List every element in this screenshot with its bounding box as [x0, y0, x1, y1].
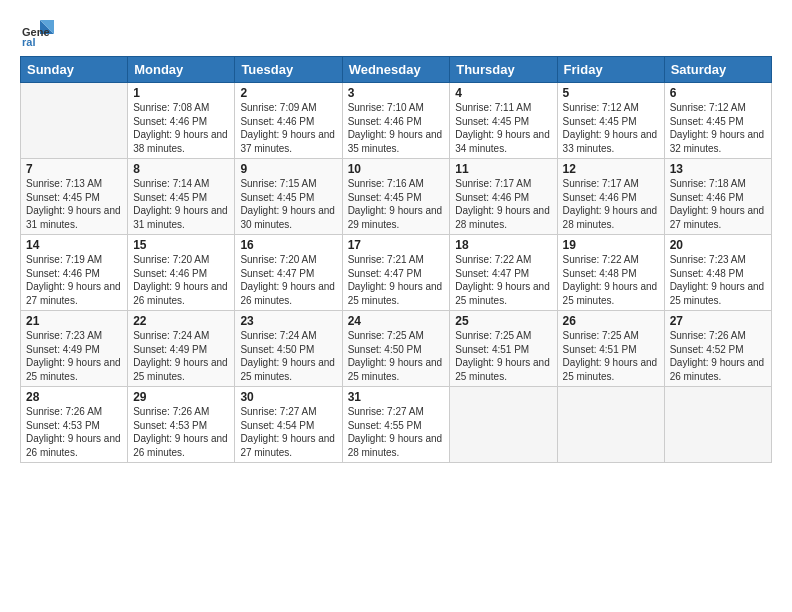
day-number: 26 — [563, 314, 659, 328]
cell-info: Sunrise: 7:12 AMSunset: 4:45 PMDaylight:… — [563, 102, 658, 154]
logo-icon: Gene ral — [20, 14, 56, 50]
day-number: 8 — [133, 162, 229, 176]
day-number: 3 — [348, 86, 445, 100]
day-number: 1 — [133, 86, 229, 100]
cell-info: Sunrise: 7:18 AMSunset: 4:46 PMDaylight:… — [670, 178, 765, 230]
calendar-cell: 22 Sunrise: 7:24 AMSunset: 4:49 PMDaylig… — [128, 311, 235, 387]
day-number: 15 — [133, 238, 229, 252]
day-number: 14 — [26, 238, 122, 252]
calendar-cell: 10 Sunrise: 7:16 AMSunset: 4:45 PMDaylig… — [342, 159, 450, 235]
calendar-cell: 14 Sunrise: 7:19 AMSunset: 4:46 PMDaylig… — [21, 235, 128, 311]
cell-info: Sunrise: 7:12 AMSunset: 4:45 PMDaylight:… — [670, 102, 765, 154]
calendar-cell: 5 Sunrise: 7:12 AMSunset: 4:45 PMDayligh… — [557, 83, 664, 159]
cell-info: Sunrise: 7:23 AMSunset: 4:48 PMDaylight:… — [670, 254, 765, 306]
calendar-cell: 30 Sunrise: 7:27 AMSunset: 4:54 PMDaylig… — [235, 387, 342, 463]
calendar-cell: 19 Sunrise: 7:22 AMSunset: 4:48 PMDaylig… — [557, 235, 664, 311]
calendar-cell: 26 Sunrise: 7:25 AMSunset: 4:51 PMDaylig… — [557, 311, 664, 387]
cell-info: Sunrise: 7:19 AMSunset: 4:46 PMDaylight:… — [26, 254, 121, 306]
calendar-cell: 20 Sunrise: 7:23 AMSunset: 4:48 PMDaylig… — [664, 235, 771, 311]
calendar-cell — [664, 387, 771, 463]
calendar-table: SundayMondayTuesdayWednesdayThursdayFrid… — [20, 56, 772, 463]
calendar-cell: 9 Sunrise: 7:15 AMSunset: 4:45 PMDayligh… — [235, 159, 342, 235]
day-number: 25 — [455, 314, 551, 328]
calendar-header-friday: Friday — [557, 57, 664, 83]
cell-info: Sunrise: 7:16 AMSunset: 4:45 PMDaylight:… — [348, 178, 443, 230]
day-number: 29 — [133, 390, 229, 404]
day-number: 23 — [240, 314, 336, 328]
calendar-cell: 16 Sunrise: 7:20 AMSunset: 4:47 PMDaylig… — [235, 235, 342, 311]
cell-info: Sunrise: 7:20 AMSunset: 4:46 PMDaylight:… — [133, 254, 228, 306]
cell-info: Sunrise: 7:25 AMSunset: 4:51 PMDaylight:… — [563, 330, 658, 382]
cell-info: Sunrise: 7:15 AMSunset: 4:45 PMDaylight:… — [240, 178, 335, 230]
calendar-week-row: 7 Sunrise: 7:13 AMSunset: 4:45 PMDayligh… — [21, 159, 772, 235]
calendar-week-row: 14 Sunrise: 7:19 AMSunset: 4:46 PMDaylig… — [21, 235, 772, 311]
cell-info: Sunrise: 7:24 AMSunset: 4:49 PMDaylight:… — [133, 330, 228, 382]
day-number: 17 — [348, 238, 445, 252]
day-number: 12 — [563, 162, 659, 176]
day-number: 22 — [133, 314, 229, 328]
cell-info: Sunrise: 7:20 AMSunset: 4:47 PMDaylight:… — [240, 254, 335, 306]
calendar-cell: 21 Sunrise: 7:23 AMSunset: 4:49 PMDaylig… — [21, 311, 128, 387]
main-container: Gene ral SundayMondayTuesdayWednesdayThu… — [0, 0, 792, 473]
cell-info: Sunrise: 7:23 AMSunset: 4:49 PMDaylight:… — [26, 330, 121, 382]
calendar-cell: 13 Sunrise: 7:18 AMSunset: 4:46 PMDaylig… — [664, 159, 771, 235]
calendar-cell: 15 Sunrise: 7:20 AMSunset: 4:46 PMDaylig… — [128, 235, 235, 311]
calendar-cell: 3 Sunrise: 7:10 AMSunset: 4:46 PMDayligh… — [342, 83, 450, 159]
cell-info: Sunrise: 7:24 AMSunset: 4:50 PMDaylight:… — [240, 330, 335, 382]
day-number: 7 — [26, 162, 122, 176]
calendar-header-monday: Monday — [128, 57, 235, 83]
cell-info: Sunrise: 7:17 AMSunset: 4:46 PMDaylight:… — [563, 178, 658, 230]
cell-info: Sunrise: 7:11 AMSunset: 4:45 PMDaylight:… — [455, 102, 550, 154]
calendar-cell: 31 Sunrise: 7:27 AMSunset: 4:55 PMDaylig… — [342, 387, 450, 463]
cell-info: Sunrise: 7:14 AMSunset: 4:45 PMDaylight:… — [133, 178, 228, 230]
calendar-cell — [557, 387, 664, 463]
cell-info: Sunrise: 7:27 AMSunset: 4:54 PMDaylight:… — [240, 406, 335, 458]
day-number: 11 — [455, 162, 551, 176]
day-number: 5 — [563, 86, 659, 100]
day-number: 31 — [348, 390, 445, 404]
calendar-header-row: SundayMondayTuesdayWednesdayThursdayFrid… — [21, 57, 772, 83]
day-number: 24 — [348, 314, 445, 328]
header: Gene ral — [20, 10, 772, 50]
day-number: 30 — [240, 390, 336, 404]
calendar-cell: 28 Sunrise: 7:26 AMSunset: 4:53 PMDaylig… — [21, 387, 128, 463]
calendar-cell: 8 Sunrise: 7:14 AMSunset: 4:45 PMDayligh… — [128, 159, 235, 235]
calendar-week-row: 1 Sunrise: 7:08 AMSunset: 4:46 PMDayligh… — [21, 83, 772, 159]
day-number: 9 — [240, 162, 336, 176]
cell-info: Sunrise: 7:08 AMSunset: 4:46 PMDaylight:… — [133, 102, 228, 154]
day-number: 27 — [670, 314, 766, 328]
logo: Gene ral — [20, 14, 60, 50]
calendar-header-thursday: Thursday — [450, 57, 557, 83]
calendar-cell: 24 Sunrise: 7:25 AMSunset: 4:50 PMDaylig… — [342, 311, 450, 387]
day-number: 6 — [670, 86, 766, 100]
calendar-cell: 29 Sunrise: 7:26 AMSunset: 4:53 PMDaylig… — [128, 387, 235, 463]
day-number: 2 — [240, 86, 336, 100]
calendar-cell: 4 Sunrise: 7:11 AMSunset: 4:45 PMDayligh… — [450, 83, 557, 159]
cell-info: Sunrise: 7:25 AMSunset: 4:50 PMDaylight:… — [348, 330, 443, 382]
calendar-cell: 2 Sunrise: 7:09 AMSunset: 4:46 PMDayligh… — [235, 83, 342, 159]
calendar-cell: 6 Sunrise: 7:12 AMSunset: 4:45 PMDayligh… — [664, 83, 771, 159]
cell-info: Sunrise: 7:26 AMSunset: 4:53 PMDaylight:… — [133, 406, 228, 458]
day-number: 4 — [455, 86, 551, 100]
svg-text:ral: ral — [22, 36, 35, 48]
calendar-cell: 18 Sunrise: 7:22 AMSunset: 4:47 PMDaylig… — [450, 235, 557, 311]
cell-info: Sunrise: 7:10 AMSunset: 4:46 PMDaylight:… — [348, 102, 443, 154]
day-number: 18 — [455, 238, 551, 252]
cell-info: Sunrise: 7:27 AMSunset: 4:55 PMDaylight:… — [348, 406, 443, 458]
calendar-cell: 17 Sunrise: 7:21 AMSunset: 4:47 PMDaylig… — [342, 235, 450, 311]
cell-info: Sunrise: 7:26 AMSunset: 4:52 PMDaylight:… — [670, 330, 765, 382]
calendar-header-wednesday: Wednesday — [342, 57, 450, 83]
day-number: 20 — [670, 238, 766, 252]
calendar-cell — [21, 83, 128, 159]
day-number: 19 — [563, 238, 659, 252]
calendar-header-tuesday: Tuesday — [235, 57, 342, 83]
calendar-cell — [450, 387, 557, 463]
calendar-cell: 23 Sunrise: 7:24 AMSunset: 4:50 PMDaylig… — [235, 311, 342, 387]
cell-info: Sunrise: 7:21 AMSunset: 4:47 PMDaylight:… — [348, 254, 443, 306]
calendar-header-sunday: Sunday — [21, 57, 128, 83]
cell-info: Sunrise: 7:22 AMSunset: 4:48 PMDaylight:… — [563, 254, 658, 306]
cell-info: Sunrise: 7:13 AMSunset: 4:45 PMDaylight:… — [26, 178, 121, 230]
calendar-cell: 11 Sunrise: 7:17 AMSunset: 4:46 PMDaylig… — [450, 159, 557, 235]
day-number: 13 — [670, 162, 766, 176]
calendar-header-saturday: Saturday — [664, 57, 771, 83]
